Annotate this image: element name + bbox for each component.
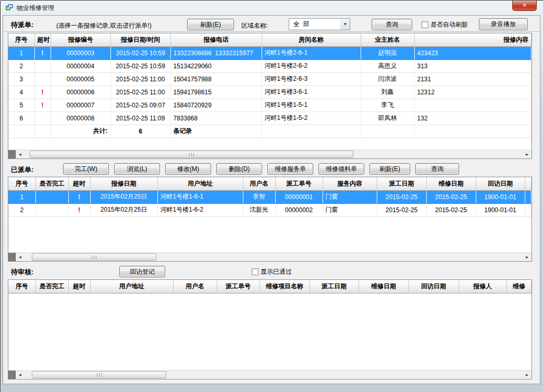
column-header[interactable]: 派工日期 bbox=[310, 280, 359, 293]
column-header[interactable]: 派工单号 bbox=[217, 280, 260, 293]
table-cell: 2015-02-25 10:59 bbox=[110, 46, 170, 59]
table-cell: 2015-02-25 09:07 bbox=[110, 99, 170, 112]
column-header[interactable]: 业主姓名 bbox=[361, 33, 414, 46]
column-header[interactable]: 报修日期 bbox=[90, 177, 157, 190]
table-cell: 00000001 bbox=[275, 190, 323, 203]
column-header[interactable]: 报修日期/时间 bbox=[110, 33, 170, 46]
scrollbar-track[interactable] bbox=[24, 371, 523, 379]
table-cell: 15840720929 bbox=[170, 99, 262, 112]
column-header[interactable]: 用户名 bbox=[243, 177, 275, 190]
query-button-top[interactable]: 查询 bbox=[372, 19, 412, 30]
table-cell: 1 bbox=[8, 46, 34, 59]
table-cell: 00000007 bbox=[51, 99, 110, 112]
table-cell: 刘鑫 bbox=[361, 85, 414, 99]
column-header[interactable]: 维修日期 bbox=[426, 177, 476, 190]
column-header[interactable]: 报修编号 bbox=[51, 33, 110, 46]
table-cell: 2015-02-25 bbox=[426, 203, 476, 216]
column-header[interactable]: 超时 bbox=[34, 33, 51, 46]
scrollbar-track[interactable] bbox=[24, 150, 523, 158]
refresh-button-2[interactable]: 刷新(E) bbox=[369, 163, 410, 175]
area-label: 区域名称: bbox=[241, 21, 268, 30]
table-row[interactable]: 1!2015年02月25日河畔1号楼1-6-1李智00000001门窗2015-… bbox=[8, 190, 532, 203]
column-header[interactable] bbox=[525, 177, 532, 190]
column-header[interactable]: 是否完工 bbox=[35, 177, 68, 190]
table-cell: 河畔1号楼3-6-1 bbox=[262, 85, 361, 99]
table-row[interactable]: 6000000082015-02-25 11:097833868河畔1号楼1-5… bbox=[8, 112, 532, 125]
scrollbar-thumb[interactable] bbox=[32, 371, 166, 378]
title-bar[interactable]: 物业维修管理 bbox=[1, 1, 543, 15]
visit-register-button[interactable]: 回访登记 bbox=[119, 266, 165, 277]
scroll-right-button[interactable]: ► bbox=[523, 371, 532, 379]
auto-refresh-checkbox-box[interactable] bbox=[422, 21, 428, 28]
browse-button[interactable]: 浏览(L) bbox=[114, 163, 160, 175]
dispatched-table: 序号是否完工超时报修日期用户地址用户名派工单号服务内容派工日期维修日期回访日期1… bbox=[8, 177, 532, 252]
delete-button[interactable]: 删除(D) bbox=[216, 163, 262, 175]
review-hscrollbar[interactable]: ◄ ► bbox=[8, 370, 532, 379]
column-header[interactable]: 维修项目名称 bbox=[260, 280, 310, 293]
scrollbar-grip bbox=[97, 373, 102, 377]
area-select[interactable]: 全 部 ▼ bbox=[289, 18, 350, 30]
show-passed-checkbox-box[interactable] bbox=[252, 268, 258, 275]
scrollbar-thumb[interactable] bbox=[32, 253, 156, 261]
column-header[interactable]: 序号 bbox=[8, 177, 35, 190]
table-cell bbox=[35, 190, 68, 203]
column-header[interactable]: 序号 bbox=[8, 33, 34, 46]
complete-button[interactable]: 完工(W) bbox=[63, 163, 109, 175]
column-header[interactable]: 派工单号 bbox=[275, 177, 323, 190]
column-header[interactable]: 用户名 bbox=[173, 280, 217, 293]
table-cell: 2 bbox=[8, 203, 35, 216]
table-row[interactable]: 3000000052015-02-25 11:0015041757988河畔1号… bbox=[8, 72, 532, 85]
refresh-button[interactable]: 刷新(E) bbox=[187, 19, 234, 30]
modify-button[interactable]: 修改(M) bbox=[165, 163, 211, 175]
table-cell: 2015-02-25 11:00 bbox=[110, 72, 170, 85]
scrollbar-corner bbox=[8, 253, 16, 261]
column-header[interactable]: 派工日期 bbox=[377, 177, 426, 190]
table-cell: 河畔1号楼2-6-1 bbox=[262, 46, 361, 59]
table-cell: 15041757988 bbox=[170, 72, 262, 85]
pending-hscrollbar[interactable]: ◄ ► bbox=[8, 150, 532, 158]
column-header[interactable]: 是否完工 bbox=[35, 280, 68, 293]
scroll-left-button[interactable]: ◄ bbox=[16, 150, 24, 158]
table-row[interactable]: 5!000000072015-02-25 09:0715840720929河畔1… bbox=[8, 99, 532, 112]
column-header[interactable]: 序号 bbox=[8, 280, 35, 293]
scroll-left-button[interactable]: ◄ bbox=[16, 371, 24, 379]
close-button[interactable]: ✕ bbox=[512, 1, 537, 11]
column-header[interactable]: 超时 bbox=[68, 280, 90, 293]
material-order-button[interactable]: 维修领料单 bbox=[318, 163, 364, 175]
column-header[interactable]: 回访日期 bbox=[409, 280, 459, 293]
table-cell: 00000002 bbox=[275, 203, 323, 216]
service-order-button[interactable]: 维修服务单 bbox=[267, 163, 313, 175]
column-header[interactable]: 服务内容 bbox=[323, 177, 377, 190]
column-header[interactable]: 用户地址 bbox=[157, 177, 243, 190]
table-cell: 4 bbox=[8, 85, 34, 99]
dispatched-hscrollbar[interactable]: ◄ ► bbox=[8, 252, 532, 261]
column-header[interactable]: 超时 bbox=[68, 177, 90, 190]
column-header[interactable]: 回访日期 bbox=[476, 177, 525, 190]
audio-play-button[interactable]: 录音播放 bbox=[479, 18, 528, 30]
scrollbar-thumb[interactable] bbox=[30, 151, 353, 158]
column-header[interactable]: 用户地址 bbox=[90, 280, 173, 293]
scroll-left-button[interactable]: ◄ bbox=[16, 253, 24, 261]
scroll-right-button[interactable]: ► bbox=[523, 150, 532, 158]
auto-refresh-checkbox[interactable]: 是否自动刷新 bbox=[422, 20, 468, 29]
column-header[interactable]: 报修人 bbox=[459, 280, 507, 293]
table-cell: 2015-02-25 10:59 bbox=[110, 59, 170, 72]
table-cell: 2015-02-25 bbox=[426, 190, 476, 203]
scroll-right-button[interactable]: ► bbox=[523, 253, 532, 261]
column-header[interactable]: 维修日期 bbox=[359, 280, 409, 293]
column-header[interactable]: 报修电话 bbox=[170, 33, 262, 46]
table-row[interactable]: 4!000000062015-02-25 11:0015941798615河畔1… bbox=[8, 85, 532, 99]
table-row[interactable]: 1!000000032015-02-25 10:5913322306686 13… bbox=[8, 46, 532, 59]
table-row[interactable]: 2!2015年02月25日河畔1号楼1-6-2沈新光00000002门窗2015… bbox=[8, 203, 532, 216]
show-passed-checkbox[interactable]: 显示已通过 bbox=[252, 267, 292, 276]
column-header[interactable]: 房间名称 bbox=[262, 33, 361, 46]
column-header[interactable]: 报修内容 bbox=[414, 33, 532, 46]
app-window: 物业维修管理 ✕ 待派单: (选择一条报修记录,双击进行派单!) 刷新(E) 区… bbox=[0, 0, 543, 392]
table-row[interactable]: 2000000042015-02-25 10:5915134229060河畔1号… bbox=[8, 59, 532, 72]
column-header[interactable]: 维修 bbox=[507, 280, 532, 293]
chevron-down-icon[interactable]: ▼ bbox=[340, 19, 350, 30]
scrollbar-track[interactable] bbox=[24, 253, 523, 261]
table-cell: 门窗 bbox=[323, 203, 377, 216]
query-button-2[interactable]: 查询 bbox=[415, 163, 459, 175]
table-cell: 1900-01-01 bbox=[476, 190, 525, 203]
